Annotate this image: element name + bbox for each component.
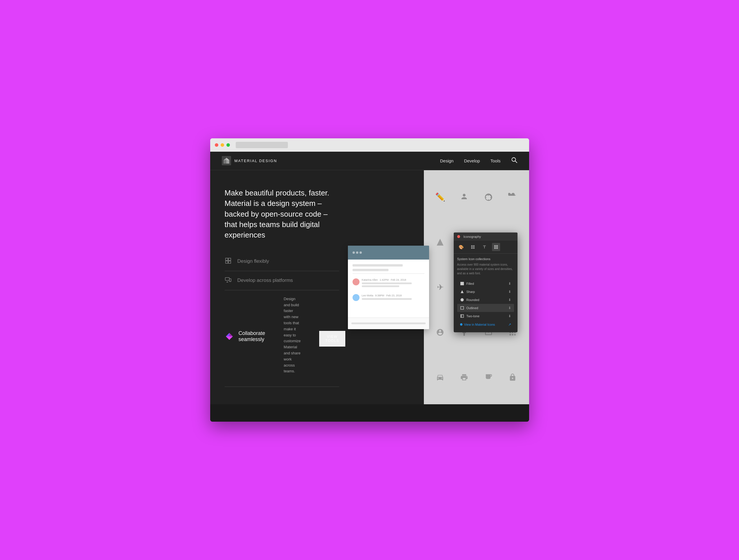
material-design-logo-icon: [222, 156, 231, 165]
svg-rect-27: [512, 334, 513, 335]
panel-section-title: System Icon collections: [457, 257, 514, 260]
hero-item-design[interactable]: Design flexibly: [225, 252, 339, 271]
message-meta-1: Katarina Allen 1:42PM · Feb 24, 2018: [362, 278, 424, 281]
chat-header: [348, 246, 429, 260]
collaborate-header: Collaborate seamlessly: [225, 330, 265, 342]
panel-close-dot[interactable]: [457, 235, 460, 238]
panel-row-sharp[interactable]: Sharp ⬇: [457, 287, 514, 295]
download-icon-rounded[interactable]: ⬇: [508, 298, 511, 302]
external-link-icon: ↗: [508, 322, 511, 326]
chat-message-2: Leo Motta 9:38PM · Feb 23, 2018: [352, 292, 424, 301]
browser-urlbar[interactable]: [236, 142, 288, 148]
main-nav: MATERIAL DESIGN Design Develop Tools: [210, 152, 529, 170]
pattern-icon: ✏️: [430, 176, 451, 218]
bottom-bar: [210, 404, 529, 422]
browser-titlebar: [210, 138, 529, 152]
nav-logo[interactable]: MATERIAL DESIGN: [222, 156, 277, 165]
sharp-icon: [460, 289, 464, 293]
download-icon-sharp[interactable]: ⬇: [508, 289, 511, 293]
chat-sidebar-row: [352, 264, 403, 267]
search-icon[interactable]: [511, 157, 518, 165]
pattern-icon: [478, 176, 499, 218]
svg-rect-34: [495, 245, 496, 246]
chat-dot: [356, 252, 358, 254]
panel-row-label-two-tone: Two-tone: [466, 314, 506, 317]
pattern-icon: [454, 176, 475, 218]
browser-dot-red[interactable]: [215, 143, 218, 147]
download-icon-outlined[interactable]: ⬇: [508, 306, 511, 310]
hero-item-collaborate[interactable]: Collaborate seamlessly Design and build …: [225, 290, 339, 387]
pattern-icon: [454, 357, 475, 399]
svg-marker-18: [437, 239, 443, 245]
svg-rect-42: [460, 282, 464, 285]
pattern-icon: [430, 357, 451, 399]
panel-view-material-icons[interactable]: View in Material Icons ↗: [457, 320, 514, 328]
iconography-panel: Iconography 🎨: [454, 232, 518, 332]
pattern-icon: [430, 311, 451, 353]
download-icon-filled[interactable]: ⬇: [508, 281, 511, 285]
browser-dot-yellow[interactable]: [220, 143, 224, 147]
material-icons-dot: [460, 323, 462, 325]
nav-tools-link[interactable]: Tools: [490, 158, 500, 163]
pattern-icon: [430, 221, 451, 263]
collaborate-title: Collaborate seamlessly: [239, 330, 265, 342]
panel-row-label-outlined: Outlined: [466, 306, 506, 309]
panel-row-two-tone[interactable]: Two-tone ⬇: [457, 312, 514, 320]
message-bubble: [362, 285, 400, 287]
svg-marker-17: [229, 333, 233, 336]
nav-develop-link[interactable]: Develop: [464, 158, 480, 163]
panel-row-outlined[interactable]: Outlined ⬇: [457, 304, 514, 312]
panel-row-filled[interactable]: Filled ⬇: [457, 279, 514, 287]
panel-tab-layout[interactable]: [469, 243, 477, 251]
message-bubble: [362, 282, 412, 284]
hero-items: Design flexibly: [225, 252, 339, 387]
pattern-icon: [502, 357, 523, 399]
download-icon-two-tone[interactable]: ⬇: [508, 314, 511, 318]
pattern-icon: ✈: [430, 266, 451, 308]
svg-rect-41: [497, 248, 498, 249]
svg-marker-3: [224, 160, 227, 164]
browser-window: MATERIAL DESIGN Design Develop Tools Mak…: [210, 138, 529, 422]
svg-rect-9: [229, 261, 231, 263]
panel-title: Iconography: [464, 235, 481, 238]
chat-sidebar-row: [352, 269, 389, 271]
panel-titlebar: Iconography: [454, 232, 518, 241]
filled-icon: [460, 281, 464, 285]
message-content: Leo Motta 9:38PM · Feb 23, 2018: [362, 294, 424, 300]
panel-tab-text[interactable]: [480, 243, 488, 251]
panel-row-label-sharp: Sharp: [466, 290, 506, 293]
svg-rect-45: [461, 306, 464, 309]
svg-rect-36: [494, 247, 495, 247]
panel-tab-icons[interactable]: [492, 243, 500, 251]
nav-design-link[interactable]: Design: [440, 158, 454, 163]
panel-row-rounded[interactable]: Rounded ⬇: [457, 295, 514, 304]
site-wrapper: MATERIAL DESIGN Design Develop Tools Mak…: [210, 152, 529, 422]
rounded-icon: [460, 298, 464, 302]
design-flexibly-icon: [225, 257, 233, 266]
hero-right: ✏️: [354, 170, 529, 404]
panel-tab-palette[interactable]: 🎨: [457, 243, 465, 251]
collaborate-icon: [225, 332, 234, 341]
svg-rect-26: [509, 334, 511, 335]
two-tone-icon: [460, 314, 464, 318]
svg-rect-32: [473, 247, 474, 249]
chat-divider: [352, 273, 424, 274]
hero-item-develop[interactable]: Develop across platforms: [225, 271, 339, 290]
nav-logo-text: MATERIAL DESIGN: [235, 159, 277, 163]
hero-headline: Make beautiful products, faster. Materia…: [225, 188, 335, 241]
view-tools-button[interactable]: VIEW TOOLS: [319, 331, 345, 346]
svg-marker-16: [226, 336, 233, 340]
svg-rect-35: [497, 245, 498, 246]
browser-dot-green[interactable]: [227, 143, 230, 147]
svg-line-5: [515, 161, 517, 163]
panel-row-label-filled: Filled: [466, 282, 506, 285]
panel-body: System Icon collections Access over 900 …: [454, 254, 518, 332]
message-bubble: [362, 298, 412, 300]
svg-rect-31: [471, 247, 472, 249]
svg-marker-43: [461, 290, 464, 293]
develop-platforms-icon: [225, 276, 233, 285]
chat-input-bar: [351, 322, 426, 324]
svg-rect-47: [461, 314, 462, 317]
svg-rect-30: [473, 245, 474, 247]
chat-mockup: Katarina Allen 1:42PM · Feb 24, 2018: [348, 246, 429, 329]
